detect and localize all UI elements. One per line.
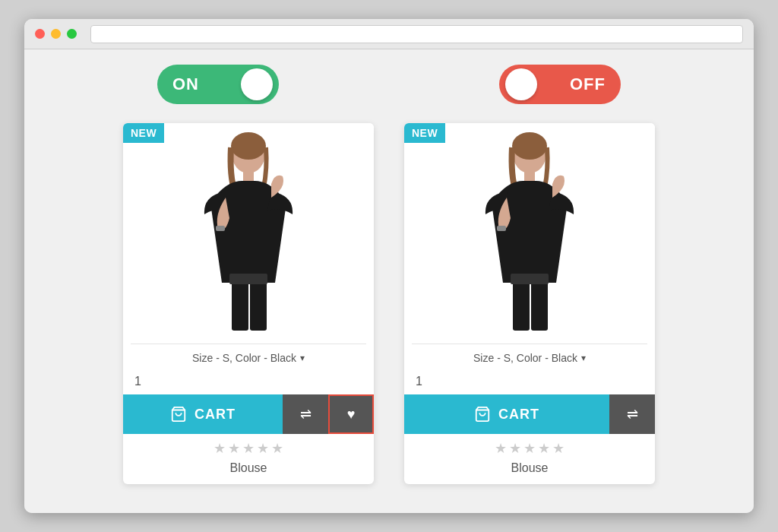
heart-icon-1: ♥ xyxy=(347,407,356,423)
browser-titlebar xyxy=(24,19,754,49)
svg-rect-16 xyxy=(497,226,506,231)
star-1-1: ★ xyxy=(213,440,226,457)
traffic-light-fullscreen[interactable] xyxy=(67,29,77,39)
cards-row: NEW xyxy=(47,123,731,484)
svg-point-10 xyxy=(512,132,547,160)
svg-rect-2 xyxy=(243,170,254,181)
star-1-2: ★ xyxy=(228,440,240,457)
wishlist-button-1[interactable]: ♥ xyxy=(328,394,374,434)
compare-button-1[interactable]: ⇌ xyxy=(283,394,328,434)
product-image-svg-1 xyxy=(188,131,309,336)
svg-rect-11 xyxy=(524,170,535,181)
svg-rect-6 xyxy=(229,274,267,284)
toggle-on-circle xyxy=(241,68,273,100)
star-1-5: ★ xyxy=(271,440,283,457)
toggle-on[interactable]: ON xyxy=(157,65,279,104)
svg-rect-15 xyxy=(511,274,549,284)
browser-window: ON OFF NEW xyxy=(24,19,754,513)
new-badge-2: NEW xyxy=(404,123,445,143)
new-badge-1: NEW xyxy=(123,123,164,143)
star-1-3: ★ xyxy=(242,440,255,457)
toggle-on-label: ON xyxy=(172,74,199,94)
svg-rect-7 xyxy=(216,226,225,231)
toggle-off[interactable]: OFF xyxy=(499,65,621,104)
product-image-area-2 xyxy=(404,123,655,344)
dropdown-arrow-1[interactable]: ▾ xyxy=(300,353,305,363)
compare-button-2[interactable]: ⇌ xyxy=(609,394,655,434)
star-1-4: ★ xyxy=(257,440,269,457)
product-actions-1: CART ⇌ ♥ xyxy=(123,394,374,434)
star-2-5: ★ xyxy=(552,440,565,457)
star-2-3: ★ xyxy=(523,440,536,457)
stars-row-2: ★ ★ ★ ★ ★ xyxy=(404,434,655,458)
product-name-1: Blouse xyxy=(123,458,374,484)
product-image-svg-2 xyxy=(469,131,590,336)
compare-icon-1: ⇌ xyxy=(300,406,312,423)
dropdown-arrow-2[interactable]: ▾ xyxy=(581,353,586,363)
star-2-1: ★ xyxy=(495,440,507,457)
traffic-light-minimize[interactable] xyxy=(51,29,61,39)
svg-rect-4 xyxy=(232,281,248,331)
product-name-2: Blouse xyxy=(404,458,655,484)
cart-label-2: CART xyxy=(498,407,539,423)
stars-row-1: ★ ★ ★ ★ ★ xyxy=(123,434,374,458)
product-options-text-2: Size - S, Color - Black xyxy=(473,352,577,364)
svg-point-1 xyxy=(231,132,266,160)
product-actions-2: CART ⇌ xyxy=(404,394,655,434)
svg-rect-3 xyxy=(243,181,254,283)
product-options-2[interactable]: Size - S, Color - Black ▾ xyxy=(404,344,655,372)
add-to-cart-button-1[interactable]: CART xyxy=(123,394,283,434)
cart-icon-2 xyxy=(474,406,491,423)
toggle-off-label: OFF xyxy=(570,74,606,94)
traffic-light-close[interactable] xyxy=(35,29,45,39)
product-quantity-1[interactable]: 1 xyxy=(123,372,374,394)
svg-rect-12 xyxy=(524,181,535,283)
cart-icon-1 xyxy=(170,406,187,423)
url-bar[interactable] xyxy=(90,25,743,43)
add-to-cart-button-2[interactable]: CART xyxy=(404,394,609,434)
star-2-2: ★ xyxy=(509,440,521,457)
product-image-area-1 xyxy=(123,123,374,344)
product-options-1[interactable]: Size - S, Color - Black ▾ xyxy=(123,344,374,372)
product-card-2: NEW xyxy=(404,123,655,484)
browser-content: ON OFF NEW xyxy=(24,49,754,513)
star-2-4: ★ xyxy=(538,440,550,457)
product-quantity-2[interactable]: 1 xyxy=(404,372,655,394)
product-card-1: NEW xyxy=(123,123,374,484)
toggle-off-circle xyxy=(505,68,537,100)
svg-rect-5 xyxy=(250,281,267,331)
svg-rect-14 xyxy=(531,281,548,331)
product-options-text-1: Size - S, Color - Black xyxy=(192,352,296,364)
toggles-row: ON OFF xyxy=(47,65,731,104)
cart-label-1: CART xyxy=(194,407,236,423)
svg-rect-13 xyxy=(513,281,530,331)
compare-icon-2: ⇌ xyxy=(627,406,638,423)
